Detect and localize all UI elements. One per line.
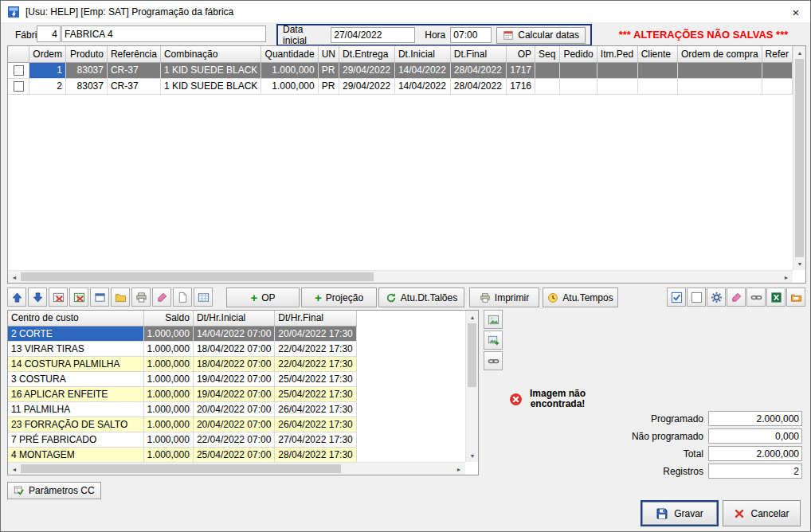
imprimir-button[interactable]: Imprimir: [469, 288, 539, 307]
col-header-dthr-inicial[interactable]: Dt/Hr.Inicial: [193, 311, 274, 326]
cell-centro[interactable]: 2 CORTE: [8, 326, 143, 341]
cell-saldo[interactable]: 1.000,000: [143, 386, 193, 401]
image-add-button[interactable]: [484, 331, 503, 350]
cell-saldo[interactable]: 1.000,000: [143, 432, 193, 447]
cell-saldo[interactable]: 1.000,000: [143, 371, 193, 386]
cost-center-row[interactable]: 23 FORRAÇÃO DE SALTO 1.000,000 20/04/202…: [8, 417, 356, 432]
cost-centers-v-scrollbar[interactable]: [465, 311, 478, 462]
close-button[interactable]: ×: [782, 1, 810, 23]
cell-centro[interactable]: 13 VIRAR TIRAS: [8, 341, 143, 356]
atu-tempos-button[interactable]: Atu.Tempos: [543, 288, 618, 307]
orders-h-scrollbar[interactable]: [8, 270, 793, 283]
cell-dthr-inicial[interactable]: 18/04/2022 07:00: [193, 356, 274, 371]
cell-dthr-inicial[interactable]: 19/04/2022 07:00: [193, 371, 274, 386]
cell-saldo[interactable]: 1.000,000: [143, 341, 193, 356]
cell-quantidade[interactable]: 1.000,000: [261, 62, 318, 78]
cell-itm-ped[interactable]: [597, 78, 637, 94]
cell-cliente[interactable]: [637, 62, 677, 78]
orders-v-scrollbar[interactable]: [793, 46, 805, 270]
cell-dt-inicial[interactable]: 14/04/2022: [394, 78, 450, 94]
cell-itm-ped[interactable]: [597, 62, 637, 78]
cell-saldo[interactable]: 1.000,000: [143, 356, 193, 371]
col-header-saldo[interactable]: Saldo: [143, 311, 193, 326]
cell-combinacao[interactable]: 1 KID SUEDE BLACK: [160, 62, 261, 78]
cell-dthr-inicial[interactable]: 22/04/2022 07:00: [193, 432, 274, 447]
cell-saldo[interactable]: 1.000,000: [143, 401, 193, 417]
move-down-button[interactable]: [28, 288, 47, 307]
cell-centro[interactable]: 3 COSTURA: [8, 371, 143, 386]
add-op-button[interactable]: +OP: [226, 288, 300, 307]
cell-refer[interactable]: [762, 62, 792, 78]
row-select-checkbox[interactable]: [14, 65, 24, 76]
cell-dthr-inicial[interactable]: 20/04/2022 07:00: [193, 417, 274, 432]
cell-saldo[interactable]: 1.000,000: [143, 447, 193, 462]
cost-center-row[interactable]: 4 MONTAGEM 1.000,000 25/04/2022 07:00 28…: [8, 447, 356, 462]
cell-dt-entrega[interactable]: 29/04/2022: [339, 62, 395, 78]
cell-dt-inicial[interactable]: 14/04/2022: [394, 62, 450, 78]
cell-dthr-final[interactable]: 22/04/2022 17:30: [275, 356, 356, 371]
image-folder-button[interactable]: [786, 288, 805, 307]
cell-centro[interactable]: 7 PRÉ FABRICADO: [8, 432, 143, 447]
col-header-itm-ped[interactable]: Itm.Ped: [597, 46, 637, 62]
cell-dthr-final[interactable]: 26/04/2022 17:30: [275, 401, 356, 417]
scroll-up-arrow[interactable]: [793, 46, 806, 59]
col-header-dt-final[interactable]: Dt.Final: [450, 46, 506, 62]
delete-row-button[interactable]: [49, 288, 68, 307]
data-inicial-field[interactable]: [331, 27, 415, 43]
col-header-referencia[interactable]: Referência: [107, 46, 160, 62]
cell-ordem-compra[interactable]: [677, 62, 762, 78]
scroll-left-arrow[interactable]: [8, 463, 21, 475]
cell-dthr-inicial[interactable]: 14/04/2022 07:00: [193, 326, 274, 341]
cell-ordem[interactable]: 1: [29, 62, 66, 78]
cell-dt-final[interactable]: 28/04/2022: [450, 62, 506, 78]
cell-dthr-inicial[interactable]: 18/04/2022 07:00: [193, 341, 274, 356]
col-header-un[interactable]: UN: [318, 46, 339, 62]
scroll-up-arrow[interactable]: [466, 311, 479, 323]
parametros-cc-button[interactable]: Parâmetros CC: [7, 482, 101, 499]
cell-centro[interactable]: 16 APLICAR ENFEITE: [8, 386, 143, 401]
cell-centro[interactable]: 14 COSTURA PALMILHA: [8, 356, 143, 371]
calcular-datas-button[interactable]: Calcular datas: [496, 27, 586, 44]
col-header-ordem-compra[interactable]: Ordem de compra: [677, 46, 762, 62]
cell-dthr-final[interactable]: 28/04/2022 17:30: [275, 447, 356, 462]
gravar-button[interactable]: Gravar: [641, 500, 719, 526]
print-report-button[interactable]: [131, 288, 151, 307]
col-header-op[interactable]: OP: [506, 46, 535, 62]
cell-combinacao[interactable]: 1 KID SUEDE BLACK: [160, 78, 261, 94]
cost-center-row[interactable]: 2 CORTE 1.000,000 14/04/2022 07:00 20/04…: [8, 326, 356, 341]
new-page-button[interactable]: [173, 288, 192, 307]
hora-field[interactable]: [450, 27, 492, 43]
open-folder-button[interactable]: [111, 288, 130, 307]
cost-center-row[interactable]: 7 PRÉ FABRICADO 1.000,000 22/04/2022 07:…: [8, 432, 356, 447]
col-header-combinacao[interactable]: Combinação: [160, 46, 261, 62]
cell-dthr-final[interactable]: 22/04/2022 17:30: [275, 341, 356, 356]
show-grid-button[interactable]: [194, 288, 213, 307]
export-excel-button[interactable]: [766, 288, 786, 307]
cell-cliente[interactable]: [637, 78, 677, 94]
cell-dthr-final[interactable]: 27/04/2022 17:30: [275, 432, 356, 447]
uncheck-all-button[interactable]: [687, 288, 706, 307]
cell-un[interactable]: PR: [318, 62, 339, 78]
cell-seq[interactable]: [535, 78, 560, 94]
add-projecao-button[interactable]: +Projeção: [301, 288, 377, 307]
col-header-refer[interactable]: Refer: [762, 46, 792, 62]
col-header-ordem[interactable]: Ordem: [29, 46, 66, 62]
settings-button[interactable]: [707, 288, 726, 307]
cell-produto[interactable]: 83037: [66, 78, 108, 94]
cell-refer[interactable]: [762, 78, 792, 94]
image-link-button[interactable]: [484, 351, 503, 370]
cell-saldo[interactable]: 1.000,000: [143, 326, 193, 341]
col-header-dt-entrega[interactable]: Dt.Entrega: [339, 46, 395, 62]
cell-ordem-compra[interactable]: [677, 78, 762, 94]
col-header-produto[interactable]: Produto: [66, 46, 108, 62]
cell-dthr-final[interactable]: 26/04/2022 17:30: [275, 417, 356, 432]
scroll-left-arrow[interactable]: [8, 271, 21, 284]
row-select-checkbox[interactable]: [14, 81, 24, 92]
cost-center-row[interactable]: 16 APLICAR ENFEITE 1.000,000 19/04/2022 …: [8, 386, 356, 401]
order-row[interactable]: 1 83037 CR-37 1 KID SUEDE BLACK 1.000,00…: [8, 62, 793, 78]
scroll-thumb[interactable]: [795, 59, 804, 257]
cell-pedido[interactable]: [560, 78, 597, 94]
image-preview-button[interactable]: [484, 310, 503, 329]
cell-referencia[interactable]: CR-37: [107, 62, 160, 78]
cost-center-row[interactable]: 14 COSTURA PALMILHA 1.000,000 18/04/2022…: [8, 356, 356, 371]
